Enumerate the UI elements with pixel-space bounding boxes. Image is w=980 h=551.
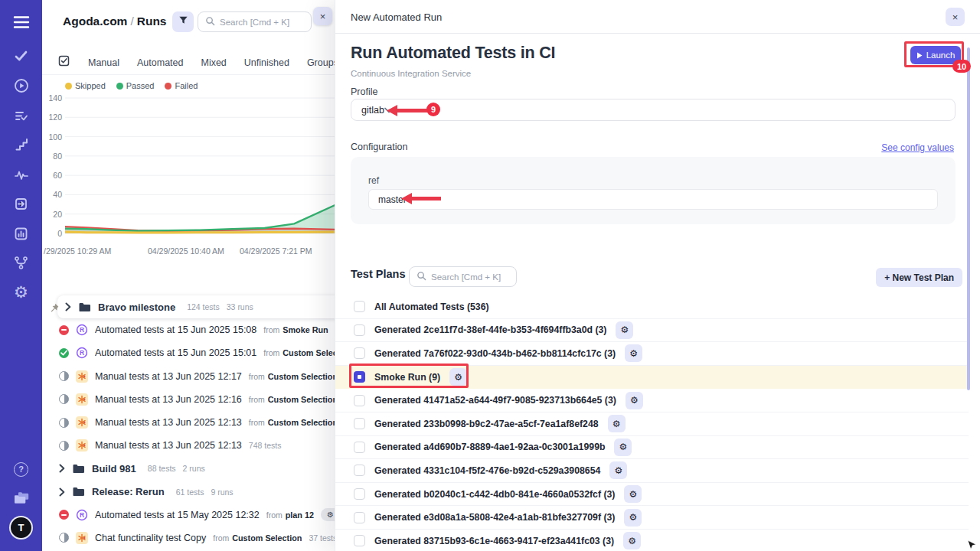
test-plan-item[interactable]: Generated 4331c104-f5f2-476e-b92d-c529a3… — [335, 459, 969, 483]
configuration-label: Configuration — [351, 142, 407, 152]
pulse-icon — [15, 168, 28, 181]
chevron-right-icon[interactable] — [59, 487, 65, 497]
test-plan-checkbox[interactable] — [354, 488, 365, 500]
launch-button[interactable]: Launch — [910, 46, 961, 64]
gear-icon: ⚙ — [619, 442, 628, 452]
test-plan-checkbox[interactable] — [354, 465, 365, 476]
run-item[interactable]: RAutomated tests at 15 May 2025 12:32fro… — [42, 504, 335, 527]
sidebar-branch-icon[interactable] — [0, 253, 42, 272]
chart-y-tick: 0 — [42, 229, 62, 238]
tab-automated[interactable]: Automated — [137, 57, 183, 68]
drawer-header: New Automated Run × — [335, 0, 980, 34]
test-plan-item[interactable]: Generated 2ce11f7d-38ef-44fe-b353-4f694f… — [335, 319, 969, 343]
sidebar-projects-folder-icon[interactable] — [0, 489, 42, 507]
play-icon — [916, 52, 923, 59]
chevron-right-icon[interactable] — [65, 302, 71, 311]
tab-mixed[interactable]: Mixed — [201, 57, 226, 68]
steps-icon — [15, 138, 28, 152]
run-item[interactable]: Chat functinality test CopyfromCustom Se… — [42, 527, 335, 549]
test-plan-checkbox[interactable] — [354, 418, 365, 429]
tab-manual[interactable]: Manual — [88, 57, 119, 68]
runs-search[interactable] — [198, 11, 312, 32]
drawer-scrollbar[interactable] — [967, 47, 970, 390]
test-plans-search[interactable] — [409, 266, 517, 287]
ref-field-input[interactable] — [368, 189, 938, 210]
sidebar-reports-icon[interactable] — [0, 224, 42, 243]
run-folder-item[interactable]: Build 98188 tests2 runs — [42, 457, 335, 480]
test-plan-checkbox[interactable] — [354, 371, 365, 383]
test-plan-item[interactable]: All Automated Tests (536) — [335, 295, 969, 319]
test-plan-settings-button[interactable]: ⚙ — [624, 509, 642, 527]
sidebar-import-icon[interactable] — [0, 194, 42, 213]
test-plan-checkbox[interactable] — [354, 324, 365, 336]
sidebar-run-play-icon[interactable] — [0, 77, 42, 95]
sidebar-check-icon[interactable] — [0, 47, 42, 65]
run-source: fromCustom Selection — [249, 395, 335, 404]
test-plan-settings-button[interactable]: ⚙ — [626, 392, 643, 409]
sidebar-test-plans-icon[interactable] — [0, 106, 42, 125]
test-plan-item[interactable]: Generated b02040c1-c442-4db0-841e-4660a0… — [335, 483, 969, 507]
run-item[interactable]: Manual tests at 13 Jun 2025 12:16fromCus… — [42, 388, 335, 411]
drawer-title: New Automated Run — [351, 11, 442, 23]
test-plan-settings-button[interactable]: ⚙ — [624, 485, 642, 503]
test-plan-label: Generated e3d08a1a-5808-42e4-a1ab-81bfe3… — [374, 512, 615, 523]
chevron-right-icon[interactable] — [59, 464, 65, 473]
test-plan-settings-button[interactable]: ⚙ — [623, 532, 641, 549]
status-passed-icon — [59, 348, 69, 358]
tab-unfinished[interactable]: Unfinished — [244, 57, 289, 68]
run-item[interactable]: Manual tests at 13 Jun 2025 12:17fromCus… — [42, 365, 335, 388]
run-item[interactable]: RAutomated tests at 15 Jun 2025 15:01fro… — [42, 341, 335, 364]
chart-y-tick: 80 — [42, 152, 62, 161]
sidebar-pulse-icon[interactable] — [0, 165, 42, 184]
gear-icon: ⚙ — [628, 536, 636, 546]
legend-passed[interactable]: Passed — [116, 81, 155, 90]
run-item[interactable]: Manual tests at 13 Jun 2025 12:13fromCus… — [42, 411, 335, 434]
folder-icon — [72, 486, 85, 497]
test-plan-settings-button[interactable]: ⚙ — [609, 461, 627, 479]
sidebar-help-icon[interactable]: ? — [0, 460, 42, 478]
gear-icon: ⚙ — [612, 419, 621, 429]
runs-search-input[interactable] — [220, 18, 304, 27]
test-plan-settings-button[interactable]: ⚙ — [625, 344, 642, 362]
sidebar-menu-icon[interactable] — [0, 13, 42, 31]
test-plan-checkbox[interactable] — [354, 301, 365, 312]
filter-button[interactable] — [172, 11, 194, 32]
test-plan-settings-button[interactable]: ⚙ — [614, 439, 632, 456]
profile-select[interactable]: gitlab — [351, 99, 956, 121]
test-plan-item[interactable]: Generated 7a76f022-93d0-434b-b462-bb8114… — [335, 342, 969, 366]
run-folder-item[interactable]: Release: Rerun61 tests9 runs — [42, 481, 335, 504]
clipboard-check-icon[interactable] — [57, 54, 70, 70]
test-plan-item[interactable]: Generated 41471a52-a644-49f7-9085-923713… — [335, 389, 969, 412]
test-plan-checkbox[interactable] — [354, 512, 365, 523]
test-plan-item[interactable]: Generated 83715b93-6c1e-4663-9417-ef23a4… — [335, 530, 969, 551]
legend-skipped[interactable]: Skipped — [65, 81, 106, 90]
tab-groups[interactable]: Groups — [307, 57, 335, 68]
run-item[interactable]: Manual tests at 13 Jun 2025 12:13748 tes… — [42, 434, 335, 457]
test-plan-item[interactable]: Smoke Run (9)⚙ — [335, 366, 969, 390]
test-plan-item[interactable]: Generated e3d08a1a-5808-42e4-a1ab-81bfe3… — [335, 506, 969, 530]
sidebar-user-avatar[interactable]: T — [0, 518, 42, 536]
test-plan-label: Generated 41471a52-a644-49f7-9085-923713… — [374, 395, 616, 406]
sidebar-steps-icon[interactable] — [0, 135, 42, 154]
test-plan-item[interactable]: Generated 233b0998-b9c2-47ae-a5cf-7ea1af… — [335, 412, 969, 436]
test-plans-search-input[interactable] — [431, 272, 509, 282]
test-plan-checkbox[interactable] — [354, 442, 365, 453]
test-plan-checkbox[interactable] — [354, 347, 365, 359]
drawer-close-button[interactable]: × — [946, 8, 965, 26]
new-test-plan-button[interactable]: + New Test Plan — [876, 268, 962, 287]
breadcrumb-project[interactable]: Agoda.com — [63, 15, 127, 28]
see-config-values-link[interactable]: See config values — [881, 142, 954, 153]
test-plan-settings-button[interactable]: ⚙ — [616, 321, 633, 339]
run-type-badge[interactable]: ⚙test — [321, 508, 335, 521]
panel-close-button[interactable]: × — [313, 7, 332, 25]
test-plan-settings-button[interactable]: ⚙ — [608, 415, 626, 432]
test-plan-item[interactable]: Generated a4d690b7-8889-4ae1-92aa-0c3001… — [335, 436, 969, 460]
run-item[interactable]: RAutomated tests at 15 Jun 2025 15:08fro… — [42, 318, 335, 341]
run-folder-item[interactable]: Bravo milestone124 tests33 runs — [57, 295, 335, 318]
legend-failed[interactable]: Failed — [165, 81, 198, 90]
run-title: Manual tests at 13 Jun 2025 12:13 — [95, 417, 242, 428]
test-plan-checkbox[interactable] — [354, 535, 365, 546]
test-plan-checkbox[interactable] — [354, 395, 365, 406]
test-plan-settings-button[interactable]: ⚙ — [449, 368, 467, 386]
sidebar-settings-gear-icon[interactable]: ⚙ — [0, 283, 42, 302]
